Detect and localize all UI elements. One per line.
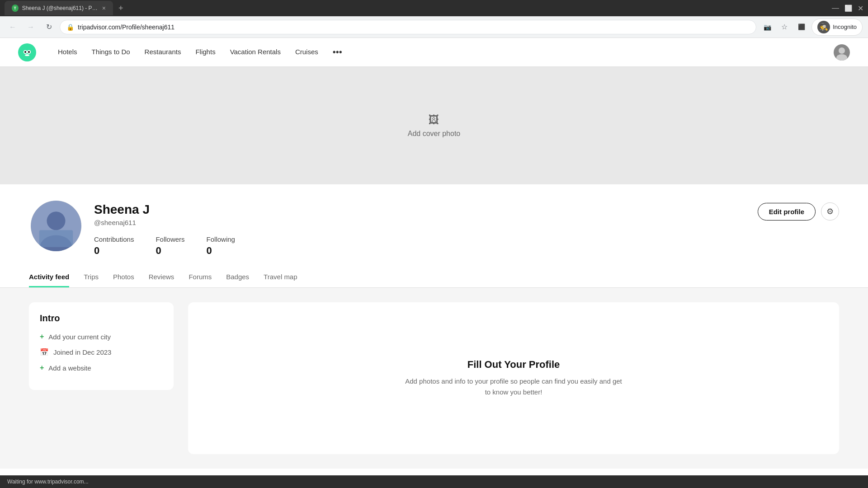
nav-more-button[interactable]: •••	[326, 38, 349, 67]
following-label: Following	[207, 235, 235, 243]
nav-things-to-do[interactable]: Things to Do	[85, 38, 137, 67]
tab-forums[interactable]: Forums	[189, 267, 212, 287]
contributions-label: Contributions	[94, 235, 134, 243]
tab-trips[interactable]: Trips	[84, 267, 99, 287]
maximize-button[interactable]: ⬜	[844, 5, 852, 12]
calendar-icon: 📅	[40, 348, 49, 357]
tab-badges[interactable]: Badges	[226, 267, 249, 287]
nav-right	[834, 44, 850, 61]
tab-close-button[interactable]: ×	[102, 5, 106, 12]
svg-rect-12	[39, 230, 73, 247]
svg-point-7	[839, 47, 845, 54]
content-area: Intro + Add your current city 📅 Joined i…	[0, 288, 868, 469]
camera-off-button[interactable]: 📷	[760, 20, 774, 34]
cover-placeholder: 🖼 Add cover photo	[408, 113, 461, 138]
tab-search-button[interactable]: ⬛	[794, 20, 809, 34]
nav-vacation-rentals[interactable]: Vacation Rentals	[223, 38, 288, 67]
profile-actions: Edit profile ⚙	[758, 199, 839, 221]
website-content: Hotels Things to Do Restaurants Flights …	[0, 38, 868, 469]
close-window-button[interactable]: ✕	[858, 4, 863, 13]
profile-name: Sheena J	[94, 202, 747, 217]
main-content-area: Fill Out Your Profile Add photos and inf…	[188, 302, 839, 454]
contributions-value: 0	[94, 245, 134, 257]
tab-title: Sheena J (@sheenaj611) - Profil...	[22, 5, 99, 11]
status-text: Waiting for www.tripadvisor.com...	[7, 479, 89, 485]
contributions-stat: Contributions 0	[94, 235, 134, 257]
add-website-plus-icon: +	[40, 364, 44, 372]
url-text: tripadvisor.com/Profile/sheenaj611	[78, 23, 750, 31]
browser-controls: ← → ↻ 🔒 tripadvisor.com/Profile/sheenaj6…	[0, 16, 868, 38]
incognito-avatar: 🕵	[817, 21, 830, 33]
minimize-button[interactable]: —	[832, 4, 839, 12]
nav-hotels[interactable]: Hotels	[51, 38, 85, 67]
followers-stat: Followers 0	[156, 235, 184, 257]
profile-container: Sheena J @sheenaj611 Contributions 0 Fol…	[0, 184, 868, 288]
followers-value: 0	[156, 245, 184, 257]
profile-info: Sheena J @sheenaj611 Contributions 0 Fol…	[94, 199, 747, 257]
tripadvisor-logo	[18, 43, 36, 61]
tab-reviews[interactable]: Reviews	[149, 267, 175, 287]
profile-stats: Contributions 0 Followers 0 Following 0	[94, 235, 747, 257]
add-city-plus-icon: +	[40, 333, 44, 341]
tab-travel-map[interactable]: Travel map	[264, 267, 297, 287]
settings-button[interactable]: ⚙	[821, 202, 839, 221]
svg-point-4	[28, 51, 30, 53]
settings-icon: ⚙	[826, 206, 834, 216]
browser-titlebar: T Sheena J (@sheenaj611) - Profil... × +…	[0, 0, 868, 16]
fill-profile-title: Fill Out Your Profile	[467, 359, 560, 371]
lock-icon: 🔒	[66, 23, 74, 31]
bookmark-button[interactable]: ☆	[777, 20, 792, 34]
new-tab-button[interactable]: +	[118, 4, 123, 13]
user-avatar-nav[interactable]	[834, 44, 850, 61]
profile-tabs: Activity feed Trips Photos Reviews Forum…	[29, 267, 839, 287]
nav-cruises[interactable]: Cruises	[288, 38, 326, 67]
intro-title: Intro	[40, 313, 163, 324]
svg-point-0	[21, 46, 33, 59]
fill-profile-description: Add photos and info to your profile so p…	[405, 376, 622, 398]
tab-photos[interactable]: Photos	[113, 267, 134, 287]
cover-photo-area[interactable]: 🖼 Add cover photo	[0, 67, 868, 184]
add-cover-photo-label: Add cover photo	[408, 130, 461, 138]
browser-tab[interactable]: T Sheena J (@sheenaj611) - Profil... ×	[5, 1, 113, 15]
tab-activity-feed[interactable]: Activity feed	[29, 267, 69, 287]
forward-button[interactable]: →	[24, 20, 38, 34]
profile-avatar[interactable]	[29, 199, 83, 253]
top-nav: Hotels Things to Do Restaurants Flights …	[0, 38, 868, 67]
svg-point-5	[25, 54, 29, 56]
followers-label: Followers	[156, 235, 184, 243]
reload-button[interactable]: ↻	[42, 20, 56, 34]
following-value: 0	[207, 245, 235, 257]
status-bar: Waiting for www.tripadvisor.com...	[0, 475, 868, 488]
add-website-label: Add a website	[48, 364, 91, 372]
tab-favicon: T	[12, 5, 19, 12]
back-button[interactable]: ←	[5, 20, 20, 34]
cover-photo-icon: 🖼	[429, 113, 439, 126]
edit-profile-button[interactable]: Edit profile	[758, 203, 816, 221]
browser-actions: 📷 ☆ ⬛ 🕵 Incognito	[760, 19, 863, 36]
incognito-button[interactable]: 🕵 Incognito	[811, 19, 863, 36]
browser-frame: T Sheena J (@sheenaj611) - Profil... × +…	[0, 0, 868, 469]
incognito-label: Incognito	[833, 23, 857, 30]
svg-point-3	[24, 51, 26, 53]
profile-main: Sheena J @sheenaj611 Contributions 0 Fol…	[29, 184, 839, 257]
svg-point-10	[47, 211, 65, 230]
add-website-item[interactable]: + Add a website	[40, 364, 163, 372]
following-stat: Following 0	[207, 235, 235, 257]
add-city-label: Add your current city	[48, 333, 111, 341]
profile-handle: @sheenaj611	[94, 219, 747, 226]
nav-restaurants[interactable]: Restaurants	[137, 38, 189, 67]
joined-date-label: Joined in Dec 2023	[53, 348, 111, 356]
main-nav: Hotels Things to Do Restaurants Flights …	[51, 38, 349, 67]
joined-date-item: 📅 Joined in Dec 2023	[40, 348, 163, 357]
logo-area[interactable]	[18, 43, 36, 61]
address-bar[interactable]: 🔒 tripadvisor.com/Profile/sheenaj611	[60, 20, 756, 34]
nav-flights[interactable]: Flights	[188, 38, 222, 67]
add-city-item[interactable]: + Add your current city	[40, 333, 163, 341]
intro-sidebar: Intro + Add your current city 📅 Joined i…	[29, 302, 174, 390]
